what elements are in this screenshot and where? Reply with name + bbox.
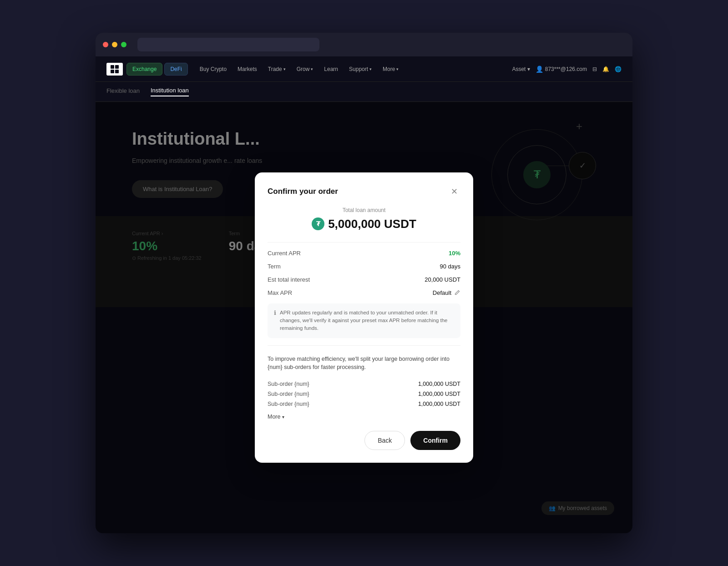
okx-logo bbox=[106, 63, 123, 76]
logo-sq-4 bbox=[115, 70, 119, 73]
split-section: To improve matching efficiency, we'll sp… bbox=[268, 355, 460, 420]
nav-more[interactable]: More ▾ bbox=[378, 63, 403, 75]
sub-order-row-2: Sub-order {num} 1,000,000 USDT bbox=[268, 389, 460, 399]
confirm-button[interactable]: Confirm bbox=[410, 431, 460, 450]
sub-order-label-2: Sub-order {num} bbox=[268, 391, 309, 397]
sub-nav: Flexible loan Institution loan bbox=[96, 82, 632, 102]
traffic-light-green[interactable] bbox=[121, 42, 126, 47]
tab-exchange[interactable]: Exchange bbox=[126, 63, 162, 76]
nav-asset[interactable]: Asset ▾ bbox=[512, 66, 530, 72]
modal-overlay: Confirm your order ✕ Total loan amount ₮… bbox=[96, 102, 632, 533]
edit-icon bbox=[454, 289, 460, 296]
info-label-max-apr: Max APR bbox=[268, 289, 292, 296]
more-chevron-icon: ▾ bbox=[396, 67, 399, 71]
grow-chevron-icon: ▾ bbox=[311, 67, 313, 71]
address-bar[interactable] bbox=[137, 38, 319, 51]
notice-box: ℹ APR updates regularly and is matched t… bbox=[268, 303, 460, 338]
more-label: More bbox=[268, 414, 280, 420]
back-button[interactable]: Back bbox=[364, 431, 405, 450]
nav-links: Buy Crypto Markets Trade ▾ Grow ▾ Learn … bbox=[195, 63, 404, 75]
sub-order-value-1: 1,000,000 USDT bbox=[418, 381, 460, 387]
info-row-interest: Est total interest 20,000 USDT bbox=[268, 276, 460, 283]
info-row-max-apr: Max APR Default bbox=[268, 289, 460, 296]
nav-learn[interactable]: Learn bbox=[319, 63, 343, 75]
confirm-order-modal: Confirm your order ✕ Total loan amount ₮… bbox=[255, 172, 473, 463]
sub-order-value-2: 1,000,000 USDT bbox=[418, 391, 460, 397]
info-value-max-apr[interactable]: Default bbox=[433, 289, 460, 296]
info-value-term: 90 days bbox=[440, 263, 460, 270]
subnav-institution-loan[interactable]: Institution loan bbox=[151, 87, 189, 96]
info-label-interest: Est total interest bbox=[268, 276, 310, 283]
modal-title: Confirm your order bbox=[268, 187, 338, 196]
nav-right: Asset ▾ 👤 873***@126.com ⊟ 🔔 🌐 bbox=[512, 66, 622, 73]
tether-badge: ₮ bbox=[312, 217, 324, 230]
traffic-light-red[interactable] bbox=[103, 42, 108, 47]
nav-bell-icon[interactable]: 🔔 bbox=[602, 66, 609, 72]
nav-grow[interactable]: Grow ▾ bbox=[292, 63, 318, 75]
tab-defi[interactable]: DeFi bbox=[164, 63, 187, 76]
info-row-apr: Current APR 10% bbox=[268, 250, 460, 257]
info-row-term: Term 90 days bbox=[268, 263, 460, 270]
split-desc: To improve matching efficiency, we'll sp… bbox=[268, 355, 460, 372]
nav-globe-icon[interactable]: 🌐 bbox=[615, 66, 622, 72]
logo-sq-2 bbox=[115, 65, 119, 69]
logo-sq-3 bbox=[111, 70, 114, 73]
info-label-apr: Current APR bbox=[268, 250, 301, 257]
nav-support[interactable]: Support ▾ bbox=[344, 63, 376, 75]
info-value-apr: 10% bbox=[449, 250, 460, 257]
support-chevron-icon: ▾ bbox=[369, 67, 372, 71]
more-chevron-icon: ▾ bbox=[282, 414, 284, 419]
browser-titlebar bbox=[96, 33, 632, 56]
loan-amount-label: Total loan amount bbox=[268, 207, 460, 213]
nav-markets[interactable]: Markets bbox=[233, 63, 262, 75]
more-button[interactable]: More ▾ bbox=[268, 414, 284, 420]
okx-navbar: Exchange DeFi Buy Crypto Markets Trade ▾… bbox=[96, 56, 632, 82]
loan-amount-section: Total loan amount ₮ 5,000,000 USDT bbox=[268, 207, 460, 231]
sub-order-value-3: 1,000,000 USDT bbox=[418, 401, 460, 407]
modal-close-button[interactable]: ✕ bbox=[448, 185, 460, 198]
modal-header: Confirm your order ✕ bbox=[268, 185, 460, 198]
page-content: Institutional L... Empowering institutio… bbox=[96, 102, 632, 533]
nav-trade[interactable]: Trade ▾ bbox=[263, 63, 290, 75]
browser-window: Exchange DeFi Buy Crypto Markets Trade ▾… bbox=[96, 33, 632, 533]
modal-divider-2 bbox=[268, 345, 460, 346]
info-circle-icon: ℹ bbox=[274, 309, 276, 316]
info-value-interest: 20,000 USDT bbox=[425, 276, 460, 283]
modal-footer: Back Confirm bbox=[268, 431, 460, 450]
modal-divider-1 bbox=[268, 242, 460, 243]
sub-order-label-3: Sub-order {num} bbox=[268, 401, 309, 407]
logo-squares bbox=[111, 65, 119, 73]
loan-amount-value: 5,000,000 USDT bbox=[328, 217, 416, 231]
sub-order-label-1: Sub-order {num} bbox=[268, 381, 309, 387]
subnav-flexible-loan[interactable]: Flexible loan bbox=[106, 87, 140, 96]
traffic-light-yellow[interactable] bbox=[112, 42, 117, 47]
info-label-term: Term bbox=[268, 263, 281, 270]
trade-chevron-icon: ▾ bbox=[283, 67, 286, 71]
nav-wallet-icon[interactable]: ⊟ bbox=[592, 66, 597, 72]
logo-sq-1 bbox=[111, 65, 114, 69]
sub-order-row-3: Sub-order {num} 1,000,000 USDT bbox=[268, 399, 460, 409]
nav-buy-crypto[interactable]: Buy Crypto bbox=[195, 63, 231, 75]
notice-text: APR updates regularly and is matched to … bbox=[280, 309, 454, 333]
loan-amount-display: ₮ 5,000,000 USDT bbox=[268, 217, 460, 231]
logo-icon bbox=[106, 63, 123, 76]
nav-user-email[interactable]: 👤 873***@126.com bbox=[536, 66, 587, 73]
sub-order-row-1: Sub-order {num} 1,000,000 USDT bbox=[268, 379, 460, 389]
